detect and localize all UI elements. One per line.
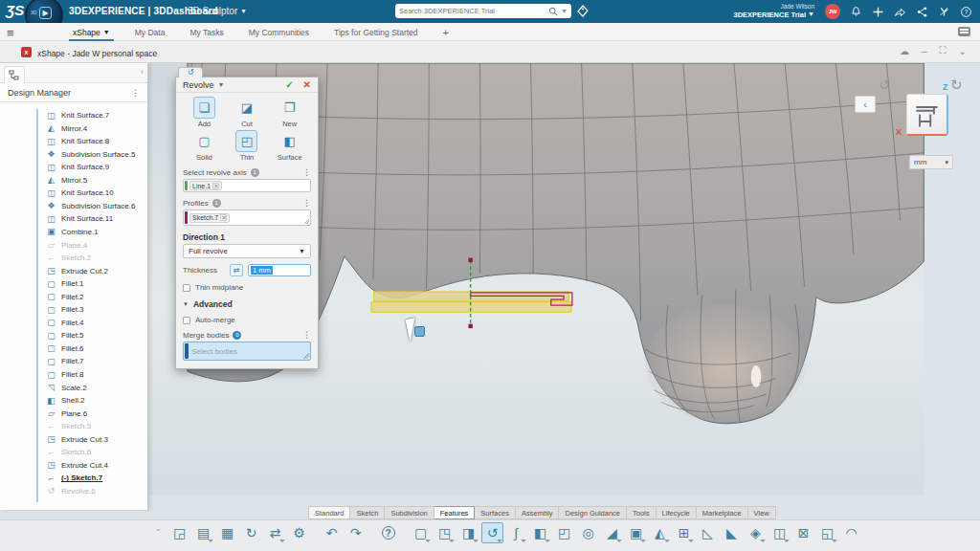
undo-button[interactable]: ↶ bbox=[321, 522, 343, 543]
tree-item-fillet-6[interactable]: ▢Fillet.6 bbox=[46, 342, 145, 355]
tree-item-extrude-cut-3[interactable]: ◳Extrude Cut.3 bbox=[46, 433, 145, 446]
share-arrow-icon[interactable] bbox=[893, 5, 906, 18]
cloud-sync-icon[interactable]: ☁ bbox=[900, 46, 909, 56]
add-mode-button[interactable]: ❏Add bbox=[183, 97, 226, 128]
swym-icon[interactable] bbox=[937, 5, 950, 18]
revolve-button[interactable]: ↺ bbox=[481, 522, 503, 543]
split-button[interactable]: ◫ bbox=[768, 522, 791, 543]
rotate-right-icon[interactable]: ↻ bbox=[950, 77, 963, 94]
thickness-button[interactable]: ◧ bbox=[529, 522, 551, 543]
revolve-preview-highlight[interactable] bbox=[371, 292, 571, 312]
tree-item-knit-surface-8[interactable]: ◫Knit Surface.8 bbox=[46, 135, 145, 147]
dialog-tab[interactable]: ↺ bbox=[178, 67, 203, 77]
direction-select[interactable]: Full revolve ▼ bbox=[183, 244, 311, 258]
tree-item-subdivision-surface-5[interactable]: ❖Subdivision Surface.5 bbox=[46, 148, 145, 161]
tree-item-knit-surface-7[interactable]: ◫Knit Surface.7 bbox=[46, 109, 145, 121]
options-button[interactable]: ⚙ bbox=[288, 522, 310, 543]
view-cube[interactable] bbox=[906, 94, 948, 136]
tree-item-revolve-6[interactable]: ↺Revolve.6 bbox=[46, 485, 145, 497]
action-tab-tools[interactable]: Tools bbox=[627, 506, 657, 519]
select-bodies-field[interactable]: Select bodies bbox=[183, 342, 311, 361]
thin-mode-button[interactable]: ◰Thin bbox=[226, 130, 269, 162]
tree-item-fillet-8[interactable]: ▢Fillet.8 bbox=[46, 368, 145, 381]
hole-button[interactable]: ◎ bbox=[577, 522, 599, 543]
thin-midplane-row[interactable]: Thin midplane bbox=[183, 283, 311, 292]
thickness-input[interactable]: 1 mm bbox=[248, 264, 311, 276]
pocket-button[interactable]: ◨ bbox=[457, 522, 479, 543]
action-tab-features[interactable]: Features bbox=[434, 506, 476, 519]
axis-chip[interactable]: Line.1 ✕ bbox=[189, 181, 222, 190]
tree-item-knit-surface-10[interactable]: ◫Knit Surface.10 bbox=[46, 187, 145, 199]
resize-grip[interactable] bbox=[303, 353, 309, 359]
edge-fillet-button[interactable]: ▣ bbox=[625, 522, 647, 543]
kebab-menu-icon[interactable]: ⋮ bbox=[302, 198, 311, 208]
tree-item-fillet-3[interactable]: ▢Fillet.3 bbox=[46, 303, 145, 316]
stiffener-button[interactable]: ◣ bbox=[721, 522, 743, 543]
tree-item-plane-4[interactable]: ▱Plane.4 bbox=[46, 239, 145, 252]
comments-icon[interactable] bbox=[958, 27, 970, 36]
insert-3d-shape-button[interactable]: ◲ bbox=[168, 522, 190, 543]
hamburger-menu-icon[interactable]: ≡ bbox=[7, 26, 14, 40]
cut-mode-button[interactable]: ◪Cut bbox=[226, 97, 269, 128]
flip-direction-button[interactable]: ⇄ bbox=[230, 264, 243, 276]
new-mode-button[interactable]: ❐New bbox=[268, 97, 311, 128]
profiles-field[interactable]: Sketch.7 ✕ bbox=[183, 209, 311, 226]
search-icon[interactable] bbox=[548, 7, 558, 16]
tree-item-sketch-6[interactable]: ⌐Sketch.6 bbox=[46, 446, 145, 458]
action-tab-surfaces[interactable]: Surfaces bbox=[475, 506, 516, 519]
primitive-box-button[interactable]: ▢ bbox=[410, 522, 432, 543]
tree-item-fillet-5[interactable]: ▢Fillet.5 bbox=[46, 329, 145, 342]
tree-item-subdivision-surface-6[interactable]: ❖Subdivision Surface.6 bbox=[46, 200, 145, 212]
auto-merge-row[interactable]: Auto-merge bbox=[183, 316, 311, 324]
action-tab-marketplace[interactable]: Marketplace bbox=[697, 506, 748, 519]
tree-item-scale-2[interactable]: ◹Scale.2 bbox=[46, 382, 145, 394]
tree-item-fillet-1[interactable]: ▢Fillet.1 bbox=[46, 277, 145, 290]
remove-icon[interactable]: ✕ bbox=[220, 214, 227, 221]
tree-item-extrude-cut-2[interactable]: ◳Extrude Cut.2 bbox=[46, 265, 145, 277]
shell-button[interactable]: ◰ bbox=[553, 522, 575, 543]
action-tab-sketch[interactable]: Sketch bbox=[350, 506, 385, 519]
back-button[interactable]: ‹ bbox=[855, 96, 876, 113]
thin-midplane-checkbox[interactable] bbox=[183, 284, 190, 292]
kebab-menu-icon[interactable]: ⋮ bbox=[131, 88, 140, 98]
action-tab-design-guidance[interactable]: Design Guidance bbox=[559, 506, 627, 519]
tree-item-sketch-7[interactable]: ⌐(-) Sketch.7 bbox=[46, 472, 145, 484]
tree-item-sketch-5[interactable]: ⌐Sketch.5 bbox=[46, 420, 145, 432]
minimize-icon[interactable]: – bbox=[922, 46, 927, 56]
tree-item-knit-surface-11[interactable]: ◫Knit Surface.11 bbox=[46, 212, 145, 225]
advanced-section[interactable]: ▼ Advanced bbox=[183, 299, 311, 309]
dialog-title-chevron-icon[interactable]: ▼ bbox=[218, 81, 225, 88]
help-icon[interactable]: ? bbox=[959, 5, 972, 18]
dome-button[interactable]: ◠ bbox=[840, 522, 862, 543]
action-tab-subdivision[interactable]: Subdivision bbox=[385, 506, 434, 519]
tree-item-fillet-7[interactable]: ▢Fillet.7 bbox=[46, 355, 145, 367]
surface-mode-button[interactable]: ◧Surface bbox=[268, 130, 311, 162]
close-button[interactable]: ✕ bbox=[303, 79, 311, 90]
nav-tab-my-tasks[interactable]: My Tasks bbox=[189, 23, 223, 41]
add-tab-button[interactable]: + bbox=[443, 27, 449, 38]
avatar[interactable]: JW bbox=[825, 4, 840, 19]
collapse-window-icon[interactable]: ⌄ bbox=[959, 46, 967, 56]
nav-tab-my-data[interactable]: My Data bbox=[135, 23, 166, 41]
action-tab-assembly[interactable]: Assembly bbox=[516, 506, 560, 519]
save-button[interactable]: ▦ bbox=[216, 522, 238, 543]
tree-item-plane-6[interactable]: ▱Plane.6 bbox=[46, 408, 145, 420]
axis-field[interactable]: Line.1 ✕ bbox=[183, 179, 311, 192]
app-switcher[interactable]: 3D Sculptor ▼ bbox=[188, 6, 247, 16]
tree-item-knit-surface-9[interactable]: ◫Knit Surface.9 bbox=[46, 161, 145, 173]
tree-item-fillet-2[interactable]: ▢Fillet.2 bbox=[46, 291, 145, 303]
tree-item-mirror-5[interactable]: ◭Mirror.5 bbox=[46, 174, 145, 187]
tree-item-extrude-cut-4[interactable]: ◳Extrude Cut.4 bbox=[46, 459, 145, 472]
resize-grip[interactable] bbox=[303, 218, 309, 224]
redo-button[interactable]: ↷ bbox=[345, 522, 367, 543]
nav-tab-xshape[interactable]: xShape▼ bbox=[73, 23, 110, 41]
solid-mode-button[interactable]: ▢Solid bbox=[183, 130, 226, 162]
panel-collapse-icon[interactable]: ‹ bbox=[141, 67, 144, 77]
chamfer-button[interactable]: ◢ bbox=[601, 522, 623, 543]
open-button[interactable]: ▤ bbox=[192, 522, 214, 543]
search-input[interactable] bbox=[399, 7, 548, 15]
sweep-button[interactable]: ∫ bbox=[505, 522, 527, 543]
pattern-button[interactable]: ⊞ bbox=[673, 522, 695, 543]
help-button[interactable]: ? bbox=[377, 522, 399, 543]
update-button[interactable]: ↻ bbox=[240, 522, 262, 543]
